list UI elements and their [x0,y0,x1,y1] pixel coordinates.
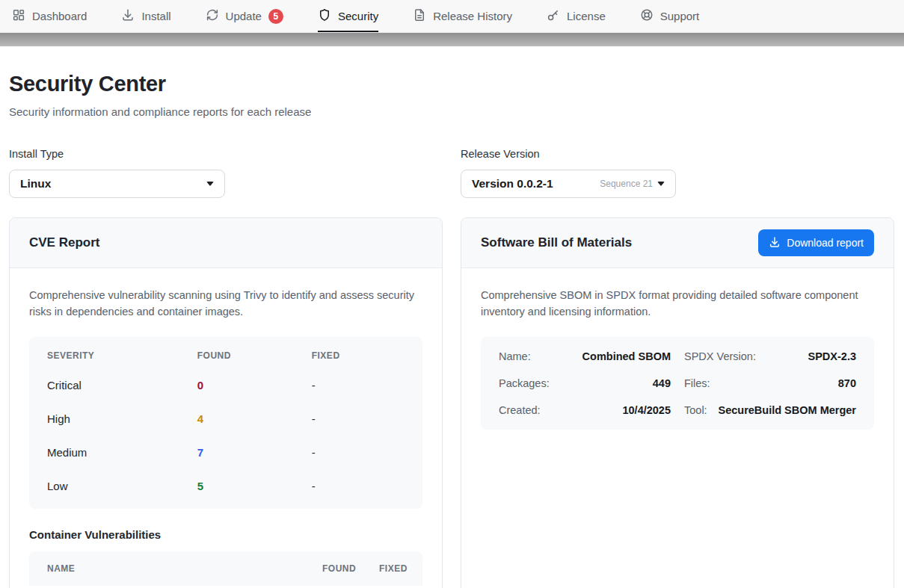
sequence-label: Sequence 21 [600,179,653,189]
sbom-description: Comprehensive SBOM in SPDX format provid… [481,288,864,321]
update-count-badge: 5 [268,9,283,24]
col-found: FOUND [322,563,379,574]
sbom-card-body: Comprehensive SBOM in SPDX format provid… [461,268,894,449]
info-label: Created: [499,404,541,416]
nav-label: Release History [433,10,512,22]
found-count: 5 [197,480,312,492]
info-label: SPDX Version: [684,350,756,362]
key-icon [547,8,560,24]
nav-item-dashboard[interactable]: Dashboard [12,0,87,32]
release-version-select[interactable]: Version 0.0.2-1 Sequence 21 [461,170,676,198]
info-label: Files: [684,377,710,389]
nav-item-license[interactable]: License [547,0,606,32]
chevron-down-icon [657,182,665,186]
sbom-card-header: Software Bill of Materials Download repo… [461,218,894,268]
sbom-info-name: Name: Combined SBOM [499,343,671,370]
found-count: 4 [197,412,312,425]
cve-card-body: Comprehensive vulnerability scanning usi… [10,268,442,588]
header-divider-band [0,33,904,46]
fixed-count: - [312,480,405,492]
severity-row-critical: Critical 0 - [29,368,422,402]
container-vulnerabilities-section: Container Vulnerabilities NAME FOUND FIX… [29,528,422,586]
top-navigation: Dashboard Install Update 5 Security Rele… [0,0,904,33]
col-severity: SEVERITY [47,350,197,361]
severity-row-medium: Medium 7 - [29,436,422,469]
page-title: Security Center [9,72,894,96]
sbom-info-packages: Packages: 449 [499,370,671,397]
nav-item-install[interactable]: Install [121,0,170,32]
info-value: Combined SBOM [582,350,671,362]
nav-item-update[interactable]: Update 5 [206,0,283,32]
release-version-filter: Release Version Version 0.0.2-1 Sequence… [461,148,894,198]
nav-label: Install [141,10,170,22]
severity-label: Critical [47,379,197,392]
sbom-card-title: Software Bill of Materials [481,235,632,250]
info-value: SPDX-2.3 [808,350,856,362]
release-version-label: Release Version [461,148,894,160]
release-version-value: Version 0.0.2-1 [472,177,553,191]
page-subtitle: Security information and compliance repo… [9,105,894,118]
download-report-label: Download report [787,237,864,249]
severity-row-high: High 4 - [29,402,422,436]
lifebuoy-icon [640,8,654,24]
cards-row: CVE Report Comprehensive vulnerability s… [9,217,894,588]
download-icon [769,236,781,250]
severity-label: High [47,412,197,425]
severity-row-low: Low 5 - [29,469,422,503]
severity-label: Low [47,480,197,492]
nav-label: Dashboard [32,10,87,22]
severity-table: SEVERITY FOUND FIXED Critical 0 - High 4… [29,337,422,509]
download-icon [121,8,135,24]
install-type-value: Linux [20,177,51,191]
sbom-info-tool: Tool: SecureBuild SBOM Merger [684,397,856,424]
cve-card-header: CVE Report [10,218,442,268]
col-fixed: FIXED [312,350,405,361]
col-name: NAME [47,563,322,574]
refresh-icon [206,8,219,24]
fixed-count: - [312,379,405,392]
sbom-info-spdx-version: SPDX Version: SPDX-2.3 [684,343,856,370]
fixed-count: - [312,412,405,425]
chevron-down-icon [206,182,214,186]
nav-item-security[interactable]: Security [318,0,378,32]
container-vulnerabilities-title: Container Vulnerabilities [29,528,422,541]
nav-label: Support [660,10,700,22]
severity-label: Medium [47,446,197,459]
info-value: 870 [838,377,856,389]
cve-description: Comprehensive vulnerability scanning usi… [29,288,419,321]
sbom-info-created: Created: 10/4/2025 [499,397,671,424]
info-label: Tool: [684,404,707,416]
download-report-button[interactable]: Download report [758,229,874,256]
info-value: 449 [653,377,671,389]
fixed-count: - [312,446,405,459]
file-text-icon [413,8,426,24]
found-count: 7 [197,446,312,459]
info-value: 10/4/2025 [622,404,671,416]
nav-label: License [567,10,606,22]
nav-item-support[interactable]: Support [640,0,700,32]
info-value: SecureBuild SBOM Merger [718,404,856,416]
install-type-filter: Install Type Linux [9,148,443,198]
dashboard-grid-icon [12,8,25,24]
info-label: Packages: [499,377,550,389]
col-found: FOUND [197,350,312,361]
filters-row: Install Type Linux Release Version Versi… [9,148,894,198]
shield-icon [318,8,331,24]
nav-label: Security [338,10,378,22]
found-count: 0 [197,379,312,392]
container-table-header: NAME FOUND FIXED [29,551,422,586]
info-label: Name: [499,350,531,362]
install-type-label: Install Type [9,148,443,160]
severity-table-header: SEVERITY FOUND FIXED [29,338,422,368]
col-fixed: FIXED [379,563,409,574]
install-type-select[interactable]: Linux [9,170,225,198]
cve-card-title: CVE Report [29,235,99,250]
cve-report-card: CVE Report Comprehensive vulnerability s… [9,217,443,588]
sbom-info-grid: Name: Combined SBOM SPDX Version: SPDX-2… [481,337,874,430]
nav-label: Update [226,10,262,22]
sbom-card: Software Bill of Materials Download repo… [461,217,894,588]
main-content: Security Center Security information and… [0,72,904,588]
sbom-info-files: Files: 870 [684,370,856,397]
nav-item-release-history[interactable]: Release History [413,0,512,32]
